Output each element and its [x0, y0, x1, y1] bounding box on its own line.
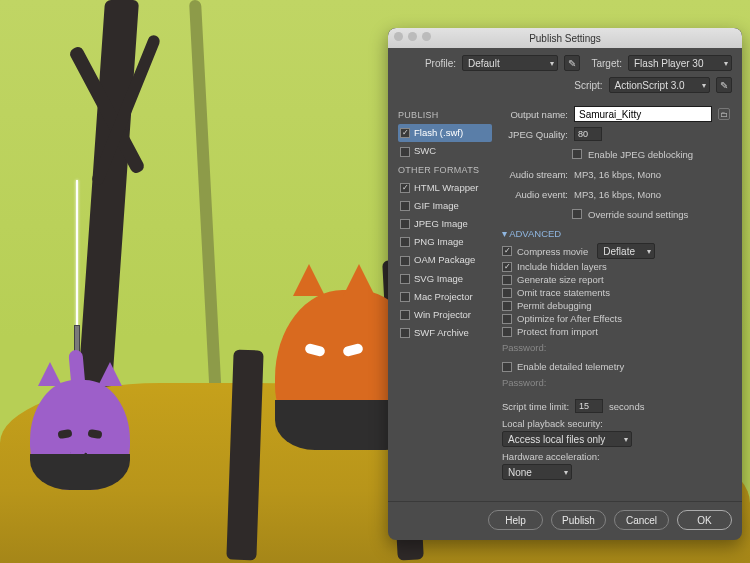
- checkbox-icon[interactable]: [400, 328, 410, 338]
- checkbox-icon[interactable]: [400, 274, 410, 284]
- sidebar-item-swf-archive[interactable]: SWF Archive: [398, 324, 492, 342]
- profile-select[interactable]: Default: [462, 55, 558, 71]
- checkbox-icon[interactable]: [400, 256, 410, 266]
- formats-sidebar: PUBLISH Flash (.swf) SWC OTHER FORMATS H…: [388, 102, 498, 501]
- audio-stream-label: Audio stream:: [502, 169, 568, 180]
- protect-import-checkbox[interactable]: [502, 327, 512, 337]
- target-select[interactable]: Flash Player 30: [628, 55, 732, 71]
- password2-label: Password:: [502, 377, 546, 388]
- sidebar-item-jpeg[interactable]: JPEG Image: [398, 215, 492, 233]
- sidebar-item-flash-swf[interactable]: Flash (.swf): [398, 124, 492, 142]
- checkbox-icon[interactable]: [400, 128, 410, 138]
- dialog-footer: Help Publish Cancel OK: [388, 501, 742, 540]
- settings-pane: Output name: Samurai_Kitty 🗀 JPEG Qualit…: [498, 102, 742, 501]
- sidebar-item-label: JPEG Image: [414, 216, 468, 232]
- optimize-ae-label: Optimize for After Effects: [517, 313, 622, 324]
- cancel-button[interactable]: Cancel: [614, 510, 669, 530]
- hw-accel-label: Hardware acceleration:: [502, 451, 730, 462]
- advanced-toggle[interactable]: ADVANCED: [502, 228, 730, 239]
- audio-event-value[interactable]: MP3, 16 kbps, Mono: [574, 189, 661, 200]
- override-sound-checkbox[interactable]: [572, 209, 582, 219]
- script-value: ActionScript 3.0: [615, 80, 685, 91]
- optimize-ae-checkbox[interactable]: [502, 314, 512, 324]
- override-sound-label: Override sound settings: [588, 209, 688, 220]
- publish-heading: PUBLISH: [398, 108, 492, 123]
- help-button[interactable]: Help: [488, 510, 543, 530]
- telemetry-label: Enable detailed telemetry: [517, 361, 624, 372]
- jpeg-deblock-label: Enable JPEG deblocking: [588, 149, 693, 160]
- hidden-layers-label: Include hidden layers: [517, 261, 607, 272]
- other-formats-heading: OTHER FORMATS: [398, 163, 492, 178]
- sidebar-item-label: Win Projector: [414, 307, 471, 323]
- profile-value: Default: [468, 58, 500, 69]
- protect-import-label: Protect from import: [517, 326, 598, 337]
- audio-stream-value[interactable]: MP3, 16 kbps, Mono: [574, 169, 661, 180]
- time-limit-input[interactable]: 15: [575, 399, 603, 413]
- target-value: Flash Player 30: [634, 58, 703, 69]
- window-zoom-icon[interactable]: [422, 32, 431, 41]
- ok-button[interactable]: OK: [677, 510, 732, 530]
- publish-settings-dialog: Publish Settings Profile: Default ✎ Targ…: [388, 28, 742, 540]
- checkbox-icon[interactable]: [400, 310, 410, 320]
- sidebar-item-png[interactable]: PNG Image: [398, 233, 492, 251]
- password-label: Password:: [502, 342, 546, 353]
- publish-button[interactable]: Publish: [551, 510, 606, 530]
- character-purple-cat: [30, 380, 130, 490]
- time-limit-unit: seconds: [609, 401, 644, 412]
- sidebar-item-label: OAM Package: [414, 252, 475, 268]
- checkbox-icon[interactable]: [400, 219, 410, 229]
- compress-movie-label: Compress movie: [517, 246, 588, 257]
- script-select[interactable]: ActionScript 3.0: [609, 77, 711, 93]
- compress-movie-checkbox[interactable]: [502, 246, 512, 256]
- jpeg-quality-label: JPEG Quality:: [502, 129, 568, 140]
- time-limit-label: Script time limit:: [502, 401, 569, 412]
- checkbox-icon[interactable]: [400, 147, 410, 157]
- sidebar-item-label: SVG Image: [414, 271, 463, 287]
- sidebar-item-swc[interactable]: SWC: [398, 142, 492, 160]
- sidebar-item-label: GIF Image: [414, 198, 459, 214]
- size-report-label: Generate size report: [517, 274, 604, 285]
- jpeg-deblock-checkbox[interactable]: [572, 149, 582, 159]
- browse-folder-icon[interactable]: 🗀: [718, 108, 730, 120]
- omit-trace-checkbox[interactable]: [502, 288, 512, 298]
- sidebar-item-oam[interactable]: OAM Package: [398, 251, 492, 269]
- script-settings-icon[interactable]: ✎: [716, 77, 732, 93]
- hw-accel-select[interactable]: None: [502, 464, 572, 480]
- checkbox-icon[interactable]: [400, 237, 410, 247]
- output-name-label: Output name:: [502, 109, 568, 120]
- target-label: Target:: [586, 58, 622, 69]
- omit-trace-label: Omit trace statements: [517, 287, 610, 298]
- sidebar-item-label: SWC: [414, 143, 436, 159]
- checkbox-icon[interactable]: [400, 183, 410, 193]
- sidebar-item-label: PNG Image: [414, 234, 464, 250]
- dialog-titlebar[interactable]: Publish Settings: [388, 28, 742, 48]
- sidebar-item-win-projector[interactable]: Win Projector: [398, 306, 492, 324]
- size-report-checkbox[interactable]: [502, 275, 512, 285]
- sidebar-item-label: SWF Archive: [414, 325, 469, 341]
- playback-security-label: Local playback security:: [502, 418, 730, 429]
- checkbox-icon[interactable]: [400, 201, 410, 211]
- sidebar-item-html-wrapper[interactable]: HTML Wrapper: [398, 179, 492, 197]
- window-close-icon[interactable]: [394, 32, 403, 41]
- sidebar-item-label: Mac Projector: [414, 289, 473, 305]
- sidebar-item-label: HTML Wrapper: [414, 180, 478, 196]
- checkbox-icon[interactable]: [400, 292, 410, 302]
- playback-security-select[interactable]: Access local files only: [502, 431, 632, 447]
- hidden-layers-checkbox[interactable]: [502, 262, 512, 272]
- dialog-title: Publish Settings: [529, 33, 601, 44]
- window-minimize-icon[interactable]: [408, 32, 417, 41]
- compress-type-select[interactable]: Deflate: [597, 243, 655, 259]
- sidebar-item-label: Flash (.swf): [414, 125, 463, 141]
- sidebar-item-svg[interactable]: SVG Image: [398, 270, 492, 288]
- sidebar-item-gif[interactable]: GIF Image: [398, 197, 492, 215]
- jpeg-quality-input[interactable]: 80: [574, 127, 602, 141]
- profile-options-icon[interactable]: ✎: [564, 55, 580, 71]
- audio-event-label: Audio event:: [502, 189, 568, 200]
- telemetry-checkbox[interactable]: [502, 362, 512, 372]
- script-label: Script:: [568, 80, 603, 91]
- permit-debug-checkbox[interactable]: [502, 301, 512, 311]
- permit-debug-label: Permit debugging: [517, 300, 591, 311]
- output-name-input[interactable]: Samurai_Kitty: [574, 106, 712, 122]
- profile-label: Profile:: [398, 58, 456, 69]
- sidebar-item-mac-projector[interactable]: Mac Projector: [398, 288, 492, 306]
